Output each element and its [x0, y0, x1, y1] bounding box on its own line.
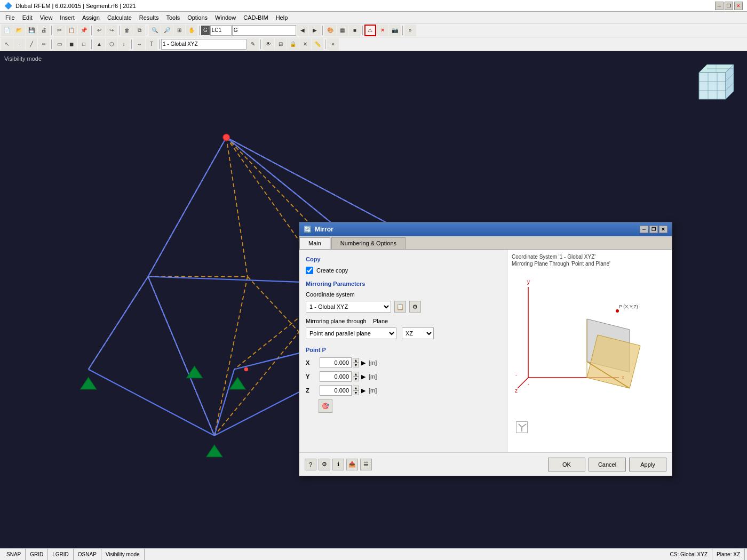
info-btn[interactable]: ℹ	[332, 459, 344, 470]
dimension-btn[interactable]: ↔	[133, 38, 145, 50]
menu-tools[interactable]: Tools	[163, 13, 183, 22]
visibility-mode-status[interactable]: Visibility mode	[101, 549, 145, 560]
pan-btn[interactable]: ✋	[186, 25, 197, 36]
support-btn[interactable]: ▲	[93, 38, 105, 50]
z-spin-down[interactable]: ▼	[353, 390, 359, 395]
visibility-btn[interactable]: 👁	[263, 38, 274, 50]
cut-btn[interactable]: ✂	[53, 25, 65, 36]
load-combo-dropdown[interactable]: G	[232, 25, 296, 36]
render-btn[interactable]: 🎨	[324, 25, 336, 36]
pick-point-btn[interactable]: 🎯	[319, 399, 332, 413]
node-btn[interactable]: ·	[13, 38, 25, 50]
x-spin-down[interactable]: ▼	[353, 363, 359, 367]
coord-system-toolbar-dropdown[interactable]: 1 - Global XYZ	[161, 39, 247, 50]
mirroring-plane-select[interactable]: Point and parallel plane	[306, 327, 396, 339]
close-view-btn[interactable]: ✕	[377, 25, 388, 36]
z-arrow[interactable]: ▶	[361, 387, 365, 394]
zoom-fit-btn[interactable]: ⊞	[173, 25, 185, 36]
menu-file[interactable]: File	[2, 13, 18, 22]
menu-assign[interactable]: Assign	[79, 13, 103, 22]
z-input[interactable]	[320, 385, 352, 396]
export-btn[interactable]: 📤	[346, 459, 358, 470]
menu-view[interactable]: View	[37, 13, 56, 22]
plane-status[interactable]: Plane: XZ	[712, 549, 745, 560]
zoom-in-btn[interactable]: 🔍	[149, 25, 161, 36]
y-input[interactable]	[320, 371, 352, 382]
snap-cross-btn[interactable]: ✕	[299, 38, 311, 50]
solid-btn[interactable]: ■	[349, 25, 361, 36]
menu-insert[interactable]: Insert	[57, 13, 78, 22]
cancel-button[interactable]: Cancel	[589, 458, 626, 471]
y-spin-up[interactable]: ▲	[353, 372, 359, 377]
coord-system-btn2[interactable]: ⚙	[409, 301, 421, 313]
menu-results[interactable]: Results	[136, 13, 162, 22]
more-btn[interactable]: »	[404, 25, 416, 36]
y-spin-down[interactable]: ▼	[353, 377, 359, 381]
dialog-restore-btn[interactable]: ❐	[649, 226, 658, 233]
menu-options[interactable]: Options	[184, 13, 211, 22]
redo-btn[interactable]: ↪	[106, 25, 117, 36]
grid-status[interactable]: GRID	[26, 549, 48, 560]
lock-btn[interactable]: 🔒	[287, 38, 299, 50]
create-copy-checkbox[interactable]	[306, 267, 313, 274]
line-btn[interactable]: ╱	[26, 38, 37, 50]
menu-cadbim[interactable]: CAD-BIM	[240, 13, 271, 22]
minimize-button[interactable]: ─	[715, 2, 724, 10]
open-btn[interactable]: 📂	[13, 25, 25, 36]
undo-btn[interactable]: ↩	[93, 25, 105, 36]
constraint-btn[interactable]: ⬡	[106, 38, 117, 50]
cs-status[interactable]: CS: Global XYZ	[665, 549, 712, 560]
x-arrow[interactable]: ▶	[361, 359, 365, 366]
filter-btn[interactable]: ⊟	[275, 38, 287, 50]
coord-system-btn1[interactable]: 📋	[394, 301, 406, 313]
zoom-out-btn[interactable]: 🔎	[161, 25, 173, 36]
snap-status[interactable]: SNAP	[2, 549, 26, 560]
measure-btn[interactable]: 📏	[312, 38, 323, 50]
copy-btn[interactable]: 📋	[66, 25, 77, 36]
next-lc-btn[interactable]: ▶	[309, 25, 321, 36]
solid-obj-btn[interactable]: ◼	[66, 38, 77, 50]
menu-window[interactable]: Window	[212, 13, 239, 22]
more-draw-btn[interactable]: »	[327, 38, 339, 50]
member-btn[interactable]: ━	[38, 38, 50, 50]
paste-btn[interactable]: 📌	[78, 25, 90, 36]
load-case-dropdown[interactable]: LC1	[210, 25, 232, 36]
dialog-close-btn[interactable]: ✕	[659, 226, 667, 233]
menu-edit[interactable]: Edit	[19, 13, 36, 22]
select-btn[interactable]: ↖	[1, 38, 13, 50]
menu-calculate[interactable]: Calculate	[104, 13, 135, 22]
x-input[interactable]	[320, 357, 352, 368]
ok-button[interactable]: OK	[548, 458, 585, 471]
tab-numbering-options[interactable]: Numbering & Options	[331, 237, 406, 249]
dialog-minimize-btn[interactable]: ─	[640, 226, 648, 233]
delete-btn[interactable]: 🗑	[121, 25, 133, 36]
x-spin-up[interactable]: ▲	[353, 358, 359, 363]
tab-main[interactable]: Main	[299, 237, 330, 249]
surface-btn[interactable]: ▭	[53, 38, 65, 50]
apply-button[interactable]: Apply	[629, 458, 666, 471]
list-btn[interactable]: ☰	[360, 459, 372, 470]
cube-navigator[interactable]	[688, 62, 736, 110]
load-btn[interactable]: ↓	[118, 38, 130, 50]
help-btn[interactable]: ?	[305, 459, 316, 470]
dialog-title-controls[interactable]: ─ ❐ ✕	[640, 226, 667, 233]
plane-select[interactable]: XZ XY YZ	[402, 327, 434, 339]
y-arrow[interactable]: ▶	[361, 373, 365, 380]
opening-btn[interactable]: □	[78, 38, 90, 50]
duplicate-btn[interactable]: ⧉	[133, 25, 145, 36]
osnap-status[interactable]: OSNAP	[74, 549, 101, 560]
viewport[interactable]: Visibility mode	[0, 51, 747, 548]
settings-btn[interactable]: ⚙	[319, 459, 330, 470]
close-button[interactable]: ✕	[734, 2, 743, 10]
prev-lc-btn[interactable]: ◀	[297, 25, 308, 36]
menu-help[interactable]: Help	[273, 13, 291, 22]
wire-btn[interactable]: ▦	[337, 25, 348, 36]
new-btn[interactable]: 📄	[1, 25, 13, 36]
z-spin-up[interactable]: ▲	[353, 386, 359, 390]
coord-system-select[interactable]: 1 - Global XYZ	[306, 301, 391, 313]
lgrid-status[interactable]: LGRID	[48, 549, 74, 560]
text-btn[interactable]: T	[146, 38, 157, 50]
print-btn[interactable]: 🖨	[38, 25, 50, 36]
coord-edit-btn[interactable]: ✎	[247, 38, 259, 50]
highlight-btn[interactable]: ⚠	[364, 25, 376, 36]
